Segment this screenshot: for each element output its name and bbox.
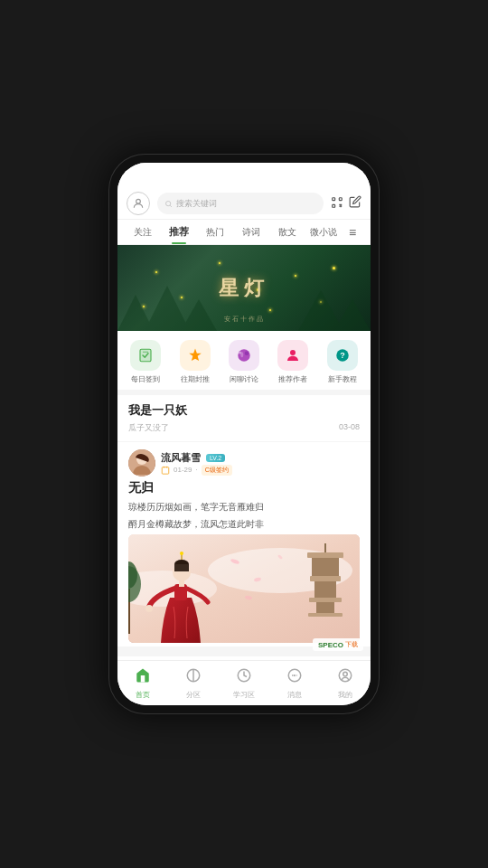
recommend-author-icon — [277, 340, 308, 371]
status-bar — [117, 163, 371, 188]
work-desc-1: 琼楼历历烟如画，笔字无音雁难归 — [128, 500, 360, 514]
nav-message[interactable]: 消息 — [269, 667, 320, 700]
quick-label-featured: 往期封推 — [181, 374, 210, 384]
author-date: 01-29 — [174, 466, 192, 474]
tab-follow[interactable]: 关注 — [125, 221, 161, 244]
article-author-1: 瓜子又没了 — [128, 422, 169, 434]
tab-recommend[interactable]: 推荐 — [161, 220, 197, 244]
section-icon — [185, 667, 202, 688]
calendar-icon — [161, 466, 170, 475]
tab-prose[interactable]: 散文 — [269, 221, 305, 244]
watermark-brand: SPECO — [318, 641, 343, 649]
tab-hot[interactable]: 热门 — [197, 221, 233, 244]
learn-icon — [236, 667, 252, 688]
nav-tabs: 关注 推荐 热门 诗词 散文 微小说 ≡ — [117, 220, 371, 245]
nav-section[interactable]: 分区 — [168, 667, 219, 700]
banner-title: 星灯 — [219, 275, 269, 302]
author-name: 流风暮雪 — [161, 451, 201, 465]
bottom-nav: 首页 分区 — [117, 660, 371, 705]
work-desc-2: 酹月金樽藏故梦，流风怎道此时非 — [128, 517, 360, 531]
svg-rect-32 — [312, 558, 339, 576]
scan-icon[interactable] — [331, 196, 343, 212]
featured-icon — [180, 340, 211, 371]
tab-micro-novel[interactable]: 微小说 — [305, 221, 342, 244]
article-date-1: 03-08 — [339, 422, 360, 434]
svg-rect-2 — [333, 197, 335, 200]
svg-point-50 — [145, 605, 153, 612]
author-info: 流风暮雪 LV.2 01-29 · — [128, 449, 360, 476]
quick-label-tutorial: 新手教程 — [328, 374, 357, 384]
quick-label-chat: 闲聊讨论 — [230, 374, 258, 384]
author-avatar — [128, 449, 155, 476]
quick-item-signin[interactable]: 每日签到 — [130, 340, 161, 384]
nav-mine-label: 我的 — [338, 690, 352, 700]
quick-label-signin: 每日签到 — [131, 374, 160, 384]
nav-home[interactable]: 首页 — [117, 667, 168, 700]
watermark-text: 下载 — [345, 640, 358, 649]
svg-rect-25 — [162, 467, 169, 474]
banner: 星灯 安石十作品 — [117, 245, 371, 331]
tab-poetry[interactable]: 诗词 — [233, 221, 269, 244]
search-bar[interactable]: 搜索关键词 — [157, 193, 324, 214]
svg-text:?: ? — [340, 351, 345, 360]
nav-learn-label: 学习区 — [233, 690, 255, 700]
nav-more-icon[interactable]: ≡ — [342, 225, 363, 240]
work-image — [128, 534, 360, 643]
svg-point-63 — [343, 672, 348, 676]
message-icon — [286, 667, 303, 688]
mine-icon — [337, 667, 353, 688]
tutorial-icon: ? — [327, 340, 358, 371]
svg-marker-9 — [145, 286, 190, 331]
header-actions — [331, 195, 361, 212]
quick-item-featured[interactable]: 往期封推 — [180, 340, 211, 384]
svg-point-49 — [180, 552, 183, 555]
svg-rect-3 — [339, 197, 342, 200]
quick-item-tutorial[interactable]: ? 新手教程 — [327, 340, 358, 384]
quick-access: 每日签到 往期封推 — [117, 331, 371, 390]
quick-item-recommend-author[interactable]: 推荐作者 — [277, 340, 308, 384]
svg-rect-47 — [174, 564, 189, 571]
nav-section-label: 分区 — [186, 690, 201, 700]
level-badge: LV.2 — [206, 454, 225, 462]
svg-marker-11 — [298, 290, 343, 331]
signin-icon — [130, 340, 161, 371]
svg-rect-31 — [307, 552, 343, 558]
svg-rect-33 — [310, 576, 341, 581]
header: 搜索关键词 — [117, 188, 371, 220]
article-meta-1: 瓜子又没了 03-08 — [128, 422, 360, 434]
svg-rect-37 — [308, 613, 343, 617]
svg-rect-36 — [316, 602, 334, 613]
svg-point-19 — [239, 352, 241, 354]
work-title: 无归 — [128, 480, 360, 496]
quick-item-chat[interactable]: 闲聊讨论 — [229, 340, 259, 384]
banner-subtitle: 安石十作品 — [117, 315, 371, 324]
svg-rect-35 — [309, 598, 342, 602]
article-card-1[interactable]: 我是一只妖 瓜子又没了 03-08 — [117, 395, 371, 442]
author-sub-info: 01-29 · C级签约 — [161, 465, 232, 476]
edit-icon[interactable] — [349, 195, 361, 212]
nav-learn[interactable]: 学习区 — [219, 667, 269, 700]
svg-point-18 — [245, 352, 249, 356]
home-icon — [135, 667, 151, 688]
nav-home-label: 首页 — [136, 690, 150, 700]
contract-badge: C级签约 — [202, 465, 232, 476]
svg-point-16 — [238, 349, 250, 362]
search-placeholder: 搜索关键词 — [176, 198, 217, 210]
svg-rect-4 — [333, 204, 335, 207]
search-icon — [164, 200, 173, 208]
svg-point-0 — [136, 199, 141, 203]
avatar[interactable] — [127, 192, 150, 215]
watermark: SPECO 下载 — [313, 638, 363, 651]
nav-message-label: 消息 — [287, 690, 302, 700]
article-title-1: 我是一只妖 — [128, 402, 360, 419]
svg-rect-13 — [140, 349, 151, 362]
svg-rect-34 — [314, 581, 336, 598]
quick-label-recommend-author: 推荐作者 — [278, 374, 307, 384]
svg-point-20 — [290, 350, 296, 355]
author-post: 流风暮雪 LV.2 01-29 · — [117, 442, 371, 647]
chat-icon — [229, 340, 259, 371]
nav-mine[interactable]: 我的 — [320, 667, 371, 700]
svg-point-1 — [166, 201, 171, 205]
